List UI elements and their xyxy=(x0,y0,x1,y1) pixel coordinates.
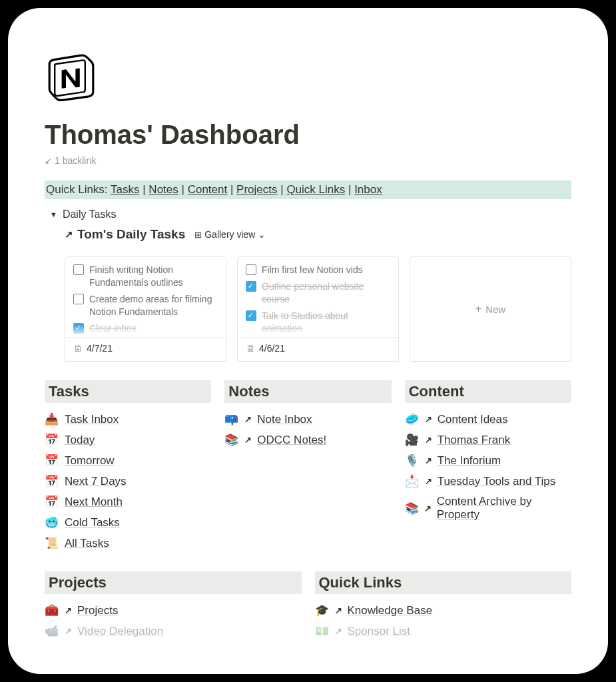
todo-item[interactable]: Talk to Studios about animation xyxy=(246,310,390,335)
arrow-upper-right-icon: ↗ xyxy=(65,626,72,636)
new-label: New xyxy=(485,304,505,315)
backlink-count: 1 backlink xyxy=(55,155,96,166)
link-sponsor-list[interactable]: 💵 ↗ Sponsor List xyxy=(315,624,572,638)
arrow-upper-right-icon: ↗ xyxy=(335,605,342,615)
link-label: Sponsor List xyxy=(348,625,411,638)
link-tomorrow[interactable]: 📅 Tomorrow xyxy=(45,454,211,468)
link-today[interactable]: 📅 Today xyxy=(45,433,211,447)
gallery-card[interactable]: Finish writing Notion Fundamentals outli… xyxy=(65,256,226,362)
link-label: Thomas Frank xyxy=(438,434,511,447)
link-next-7-days[interactable]: 📅 Next 7 Days xyxy=(45,474,211,488)
todo-text: Talk to Studios about animation xyxy=(262,310,390,335)
linked-db-title[interactable]: ↗ Tom's Daily Tasks xyxy=(65,227,185,242)
camera-icon: 🎥 xyxy=(405,433,420,447)
col-tasks: Tasks 📥 Task Inbox 📅 Today 📅 Tomorrow 📅 … xyxy=(45,380,211,557)
card-date: 4/7/21 xyxy=(87,343,113,354)
link-thomas-frank[interactable]: 🎥 ↗ Thomas Frank xyxy=(405,433,571,447)
ql-inbox[interactable]: Inbox xyxy=(354,183,382,196)
link-label: Content Ideas xyxy=(438,413,508,426)
gallery-grid-icon: ⊞ xyxy=(194,230,202,240)
checkbox-icon[interactable] xyxy=(246,264,256,275)
link-content-ideas[interactable]: 🥏 ↗ Content Ideas xyxy=(405,412,571,426)
video-icon: 📹 xyxy=(45,624,59,638)
ql-notes[interactable]: Notes xyxy=(149,183,178,196)
link-note-inbox[interactable]: 📪 ↗ Note Inbox xyxy=(224,412,391,426)
col-content: Content 🥏 ↗ Content Ideas 🎥 ↗ Thomas Fra… xyxy=(405,380,571,557)
ql-projects[interactable]: Projects xyxy=(236,183,277,196)
todo-item[interactable]: Clear inbox xyxy=(73,322,218,335)
arrow-upper-right-icon: ↗ xyxy=(425,435,432,445)
view-selector[interactable]: ⊞ Gallery view ⌄ xyxy=(194,229,266,240)
link-label: ODCC Notes! xyxy=(257,434,326,447)
scroll-icon: 📜 xyxy=(45,536,59,550)
card-footer: 🗎 4/7/21 xyxy=(65,337,226,359)
arrow-upper-right-icon: ↗ xyxy=(425,456,432,466)
daily-tasks-label: Daily Tasks xyxy=(63,208,117,220)
gallery-new-card[interactable]: + New xyxy=(410,256,571,362)
arrow-upper-right-icon: ↗ xyxy=(335,626,342,636)
link-label: The Inforium xyxy=(438,454,501,468)
page-icon: 🗎 xyxy=(246,343,255,354)
ql-tasks[interactable]: Tasks xyxy=(111,183,139,196)
link-all-tasks[interactable]: 📜 All Tasks xyxy=(45,536,211,550)
link-content-archive[interactable]: 📚 ↗ Content Archive by Property xyxy=(405,495,571,521)
notion-page-window: Thomas' Dashboard ↙ 1 backlink Quick Lin… xyxy=(8,8,608,674)
todo-item[interactable]: Finish writing Notion Fundamentals outli… xyxy=(73,264,218,289)
daily-tasks-toggle[interactable]: ▼ Daily Tasks xyxy=(45,208,571,220)
checkbox-checked-icon[interactable] xyxy=(246,310,256,321)
quick-links-bar: Quick Links: Tasks | Notes | Content | P… xyxy=(45,180,571,199)
books-icon: 📚 xyxy=(224,433,239,447)
card-body: Film first few Notion vids Outline perso… xyxy=(238,257,398,337)
link-video-delegation[interactable]: 📹 ↗ Video Delegation xyxy=(45,624,302,638)
checkbox-checked-icon[interactable] xyxy=(246,281,256,292)
link-label: Note Inbox xyxy=(257,413,312,426)
link-odcc-notes[interactable]: 📚 ↗ ODCC Notes! xyxy=(224,433,391,447)
calendar-icon: 📅 xyxy=(45,433,59,447)
link-label: Cold Tasks xyxy=(65,516,120,529)
linked-db-header: ↗ Tom's Daily Tasks ⊞ Gallery view ⌄ xyxy=(65,227,571,242)
link-the-inforium[interactable]: 🎙️ ↗ The Inforium xyxy=(405,454,571,468)
arrow-upper-right-icon: ↗ xyxy=(244,435,252,445)
link-projects[interactable]: 🧰 ↗ Projects xyxy=(45,603,302,617)
projects-header: Projects xyxy=(45,571,302,594)
gallery-card[interactable]: Film first few Notion vids Outline perso… xyxy=(237,256,399,362)
page-title: Thomas' Dashboard xyxy=(45,120,571,150)
backlink-row[interactable]: ↙ 1 backlink xyxy=(45,155,571,166)
columns-2: Projects 🧰 ↗ Projects 📹 ↗ Video Delegati… xyxy=(45,571,571,645)
col-notes: Notes 📪 ↗ Note Inbox 📚 ↗ ODCC Notes! xyxy=(224,380,391,557)
link-next-month[interactable]: 📅 Next Month xyxy=(45,495,211,509)
triangle-down-icon: ▼ xyxy=(50,210,57,218)
checkbox-icon[interactable] xyxy=(73,294,84,304)
arrow-upper-right-icon: ↗ xyxy=(425,414,432,424)
ql-quick-links[interactable]: Quick Links xyxy=(286,183,345,196)
link-label: Next Month xyxy=(65,496,123,509)
ql-content[interactable]: Content xyxy=(188,183,228,196)
link-label: Tomorrow xyxy=(65,454,115,468)
disc-icon: 🥏 xyxy=(405,412,420,426)
todo-item[interactable]: Outline personal website course xyxy=(246,280,390,306)
todo-item[interactable]: Create demo areas for filming Notion Fun… xyxy=(73,293,218,318)
link-label: All Tasks xyxy=(65,537,109,550)
link-cold-tasks[interactable]: 🥶 Cold Tasks xyxy=(45,515,211,529)
books-icon: 📚 xyxy=(405,502,419,515)
calendar-icon: 📅 xyxy=(45,474,59,488)
link-knowledge-base[interactable]: 🎓 ↗ Knowledge Base xyxy=(315,603,572,617)
envelope-icon: 📩 xyxy=(405,474,420,488)
todo-text: Clear inbox xyxy=(89,322,137,335)
link-task-inbox[interactable]: 📥 Task Inbox xyxy=(45,412,211,426)
link-label: Task Inbox xyxy=(65,413,119,426)
todo-item[interactable]: Film first few Notion vids xyxy=(246,264,390,276)
tasks-header: Tasks xyxy=(45,380,211,403)
card-date: 4/6/21 xyxy=(259,343,285,354)
link-label: Content Archive by Property xyxy=(437,495,571,521)
calendar-icon: 📅 xyxy=(45,495,59,509)
link-tuesday-tools[interactable]: 📩 ↗ Tuesday Tools and Tips xyxy=(405,474,571,488)
quick-links-prefix: Quick Links: xyxy=(46,183,108,196)
checkbox-icon[interactable] xyxy=(73,264,84,275)
grad-cap-icon: 🎓 xyxy=(315,603,330,617)
todo-text: Create demo areas for filming Notion Fun… xyxy=(89,293,218,318)
todo-text: Film first few Notion vids xyxy=(262,264,363,276)
money-icon: 💵 xyxy=(315,624,330,638)
page-icon: 🗎 xyxy=(73,343,83,354)
checkbox-checked-icon[interactable] xyxy=(73,323,84,334)
